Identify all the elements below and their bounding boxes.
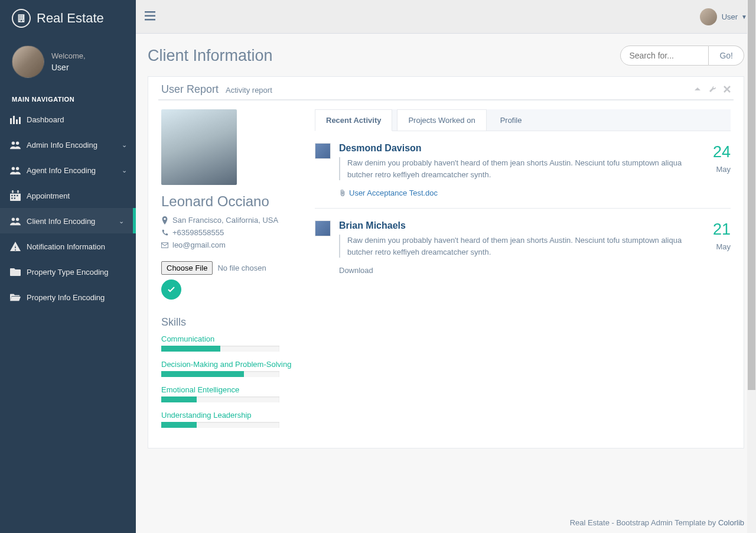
skills-title: Skills	[161, 316, 303, 329]
skill-bar	[161, 346, 279, 352]
sidebar-item-dashboard[interactable]: Dashboard	[0, 106, 136, 132]
nav-label: Agent Info Encoding	[27, 166, 96, 175]
avatar	[700, 8, 717, 25]
svg-rect-13	[14, 195, 15, 196]
svg-point-5	[16, 142, 19, 145]
search-input[interactable]	[620, 46, 709, 66]
user-menu[interactable]: User ▼	[700, 8, 747, 25]
topnav: User ▼	[136, 0, 756, 34]
svg-rect-15	[11, 197, 12, 199]
brand-text: Real Estate	[37, 11, 104, 26]
skill-label: Decision-Making and Problem-Solving	[161, 360, 303, 369]
sidebar-item-notification-information[interactable]: Notification Information	[0, 233, 136, 259]
svg-rect-0	[10, 118, 12, 124]
svg-rect-2	[16, 119, 18, 124]
choose-file-button[interactable]: Choose File	[161, 261, 213, 275]
activity-author[interactable]: Brian Michaels	[339, 220, 705, 231]
skill-item: Decision-Making and Problem-Solving	[161, 360, 303, 377]
menu-toggle-icon[interactable]	[145, 10, 155, 24]
sidebar-item-property-type-encoding[interactable]: Property Type Encoding	[0, 259, 136, 284]
topnav-username: User	[722, 12, 738, 21]
wrench-icon[interactable]	[708, 85, 716, 95]
svg-point-18	[16, 218, 19, 221]
attachment-link[interactable]: User Acceptance Test.doc	[339, 188, 705, 197]
tab-profile[interactable]: Profile	[489, 109, 533, 131]
tab-projects-worked-on[interactable]: Projects Worked on	[397, 109, 486, 131]
folder-open-icon	[9, 292, 22, 303]
activity-day: 24	[713, 143, 731, 161]
caret-down-icon: ▼	[741, 14, 747, 20]
file-status: No file chosen	[217, 264, 266, 272]
skill-item: Communication	[161, 334, 303, 352]
sidebar-username: User	[51, 63, 86, 72]
activity-text: Raw denim you probably haven't heard of …	[339, 235, 705, 258]
sidebar-nav: Dashboard Admin Info Encoding ⌄ Agent In…	[0, 106, 136, 310]
sidebar: Real Estate Welcome, User MAIN NAVIGATIO…	[0, 0, 136, 533]
skill-fill	[161, 346, 220, 352]
users-icon	[9, 165, 22, 176]
sidebar-item-property-info-encoding[interactable]: Property Info Encoding	[0, 284, 136, 310]
close-icon[interactable]	[724, 85, 731, 95]
tab-recent-activity[interactable]: Recent Activity	[315, 109, 392, 131]
search-button[interactable]: Go!	[709, 46, 744, 66]
file-upload-row: Choose File No file chosen	[161, 261, 303, 275]
map-marker-icon	[161, 216, 168, 225]
user-report-panel: User Report Activity report Leonard Occi…	[148, 76, 744, 448]
skill-fill	[161, 396, 197, 402]
client-location: San Francisco, California, USA	[161, 216, 303, 225]
brand[interactable]: Real Estate	[0, 0, 136, 37]
skill-bar	[161, 371, 279, 377]
skill-item: Emotional Entelligence	[161, 385, 303, 402]
chevron-down-icon: ⌄	[119, 217, 124, 225]
client-email: leo@gmail.com	[161, 240, 303, 249]
skill-label: Understanding Leadership	[161, 411, 303, 420]
skill-fill	[161, 371, 244, 377]
avatar	[315, 143, 331, 159]
footer-link[interactable]: Colorlib	[718, 518, 744, 527]
nav-label: Admin Info Encoding	[27, 141, 97, 150]
activity-day: 21	[713, 220, 731, 239]
users-icon	[9, 216, 22, 226]
activity-item: Brian Michaels Raw denim you probably ha…	[315, 209, 731, 285]
sidebar-item-agent-info-encoding[interactable]: Agent Info Encoding ⌄	[0, 157, 136, 183]
svg-point-4	[12, 142, 15, 145]
welcome-text: Welcome,	[51, 51, 86, 60]
skill-bar	[161, 422, 279, 428]
svg-point-7	[16, 167, 19, 170]
svg-rect-14	[17, 195, 18, 196]
phone-icon	[161, 229, 168, 237]
svg-rect-20	[145, 15, 155, 17]
page-title: Client Information	[148, 47, 273, 65]
client-phone: +63598558555	[161, 228, 303, 237]
skill-fill	[161, 422, 197, 428]
footer-text: Real Estate - Bootstrap Admin Template b…	[570, 518, 718, 527]
scrollbar-thumb[interactable]	[748, 0, 755, 390]
building-icon	[12, 9, 31, 28]
client-name: Leonard Occiano	[161, 193, 303, 210]
client-photo	[161, 109, 237, 185]
scrollbar-track[interactable]: ▴	[747, 0, 756, 533]
sidebar-item-admin-info-encoding[interactable]: Admin Info Encoding ⌄	[0, 132, 136, 157]
nav-section-title: MAIN NAVIGATION	[0, 90, 136, 106]
activity-author[interactable]: Desmond Davison	[339, 143, 705, 154]
skill-label: Communication	[161, 334, 303, 343]
sidebar-item-appointment[interactable]: Appointment	[0, 183, 136, 208]
activity-text: Raw denim you probably haven't heard of …	[339, 157, 705, 180]
folder-icon	[9, 266, 22, 277]
panel-tools	[694, 85, 731, 95]
dashboard-icon	[9, 114, 22, 125]
download-link[interactable]: Download	[339, 266, 705, 275]
skills-list: Communication Decision-Making and Proble…	[161, 334, 303, 428]
confirm-button[interactable]	[161, 280, 181, 300]
nav-label: Property Type Encoding	[27, 268, 109, 277]
collapse-icon[interactable]	[694, 85, 701, 95]
envelope-icon	[161, 241, 168, 249]
main: ▴ User ▼ Client Information Go!	[136, 0, 756, 533]
email-text: leo@gmail.com	[172, 240, 226, 249]
nav-label: Dashboard	[27, 115, 64, 124]
chevron-down-icon: ⌄	[122, 167, 127, 174]
activity-feed: Desmond Davison Raw denim you probably h…	[315, 131, 731, 285]
skill-item: Understanding Leadership	[161, 411, 303, 428]
activity-col: Recent ActivityProjects Worked onProfile…	[315, 109, 731, 436]
sidebar-item-client-info-encoding[interactable]: Client Info Encoding ⌄	[0, 208, 136, 233]
